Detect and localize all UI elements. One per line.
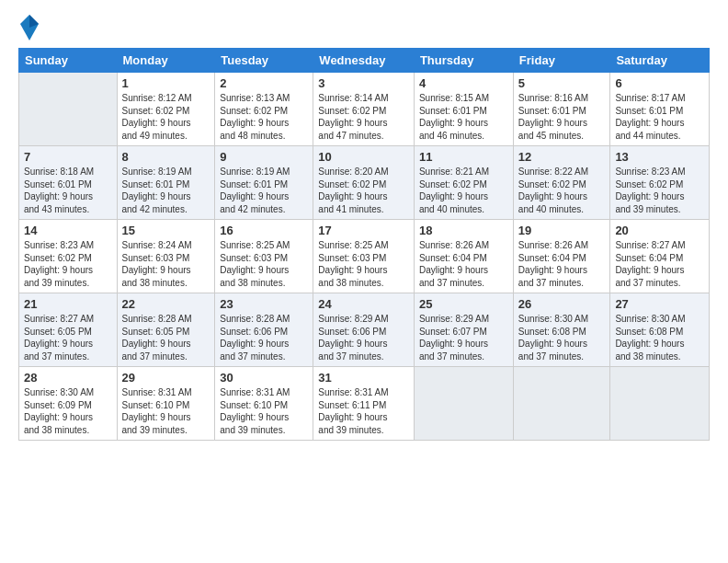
calendar-cell: 24Sunrise: 8:29 AM Sunset: 6:06 PM Dayli… (313, 293, 415, 367)
calendar-cell: 3Sunrise: 8:14 AM Sunset: 6:02 PM Daylig… (313, 73, 415, 146)
day-number: 24 (318, 297, 409, 311)
day-number: 8 (122, 150, 210, 164)
day-number: 14 (24, 224, 112, 237)
calendar-cell: 1Sunrise: 8:12 AM Sunset: 6:02 PM Daylig… (117, 73, 215, 146)
day-number: 26 (518, 297, 606, 311)
cell-text: Sunrise: 8:14 AM Sunset: 6:02 PM Dayligh… (318, 92, 409, 142)
calendar-cell: 17Sunrise: 8:25 AM Sunset: 6:03 PM Dayli… (313, 220, 415, 293)
calendar-header-row: SundayMondayTuesdayWednesdayThursdayFrid… (19, 49, 710, 73)
calendar-cell: 8Sunrise: 8:19 AM Sunset: 6:01 PM Daylig… (117, 146, 215, 220)
calendar-cell: 7Sunrise: 8:18 AM Sunset: 6:01 PM Daylig… (19, 146, 118, 220)
day-number: 4 (419, 76, 508, 90)
cell-text: Sunrise: 8:26 AM Sunset: 6:04 PM Dayligh… (518, 239, 606, 289)
logo (18, 15, 39, 40)
cell-text: Sunrise: 8:24 AM Sunset: 6:03 PM Dayligh… (122, 239, 210, 289)
cell-text: Sunrise: 8:18 AM Sunset: 6:01 PM Dayligh… (24, 166, 112, 215)
calendar-cell: 12Sunrise: 8:22 AM Sunset: 6:02 PM Dayli… (513, 146, 610, 220)
calendar-cell: 13Sunrise: 8:23 AM Sunset: 6:02 PM Dayli… (610, 146, 710, 220)
calendar-cell: 2Sunrise: 8:13 AM Sunset: 6:02 PM Daylig… (215, 73, 313, 146)
calendar-cell: 10Sunrise: 8:20 AM Sunset: 6:02 PM Dayli… (313, 146, 415, 220)
day-number: 10 (318, 150, 409, 164)
logo-icon (20, 15, 39, 40)
calendar-cell: 19Sunrise: 8:26 AM Sunset: 6:04 PM Dayli… (513, 220, 610, 293)
calendar-cell: 14Sunrise: 8:23 AM Sunset: 6:02 PM Dayli… (19, 220, 118, 293)
calendar-cell (610, 367, 710, 441)
cell-text: Sunrise: 8:26 AM Sunset: 6:04 PM Dayligh… (419, 239, 508, 289)
cell-text: Sunrise: 8:23 AM Sunset: 6:02 PM Dayligh… (24, 239, 112, 289)
calendar-cell: 4Sunrise: 8:15 AM Sunset: 6:01 PM Daylig… (414, 73, 513, 146)
calendar-cell: 20Sunrise: 8:27 AM Sunset: 6:04 PM Dayli… (610, 220, 710, 293)
header (18, 15, 710, 40)
cell-text: Sunrise: 8:28 AM Sunset: 6:06 PM Dayligh… (220, 313, 308, 362)
calendar-cell: 21Sunrise: 8:27 AM Sunset: 6:05 PM Dayli… (19, 293, 118, 367)
day-number: 29 (122, 371, 210, 385)
cell-text: Sunrise: 8:28 AM Sunset: 6:05 PM Dayligh… (122, 313, 210, 362)
calendar-week-2: 7Sunrise: 8:18 AM Sunset: 6:01 PM Daylig… (19, 146, 710, 220)
day-number: 7 (24, 150, 112, 164)
cell-text: Sunrise: 8:25 AM Sunset: 6:03 PM Dayligh… (220, 239, 308, 289)
calendar-cell: 26Sunrise: 8:30 AM Sunset: 6:08 PM Dayli… (513, 293, 610, 367)
cell-text: Sunrise: 8:21 AM Sunset: 6:02 PM Dayligh… (419, 166, 508, 215)
calendar-cell: 23Sunrise: 8:28 AM Sunset: 6:06 PM Dayli… (215, 293, 313, 367)
day-number: 28 (24, 371, 112, 385)
day-number: 27 (615, 297, 704, 311)
day-number: 25 (419, 297, 508, 311)
calendar-cell: 18Sunrise: 8:26 AM Sunset: 6:04 PM Dayli… (414, 220, 513, 293)
day-number: 18 (419, 224, 508, 237)
cell-text: Sunrise: 8:19 AM Sunset: 6:01 PM Dayligh… (220, 166, 308, 215)
day-number: 1 (122, 76, 210, 90)
day-number: 23 (220, 297, 308, 311)
cell-text: Sunrise: 8:22 AM Sunset: 6:02 PM Dayligh… (518, 166, 606, 215)
day-number: 22 (122, 297, 210, 311)
calendar-header-tuesday: Tuesday (215, 49, 313, 73)
calendar-cell: 22Sunrise: 8:28 AM Sunset: 6:05 PM Dayli… (117, 293, 215, 367)
calendar-cell (513, 367, 610, 441)
calendar-cell: 30Sunrise: 8:31 AM Sunset: 6:10 PM Dayli… (215, 367, 313, 441)
calendar-week-4: 21Sunrise: 8:27 AM Sunset: 6:05 PM Dayli… (19, 293, 710, 367)
day-number: 30 (220, 371, 308, 385)
day-number: 31 (318, 371, 409, 385)
cell-text: Sunrise: 8:30 AM Sunset: 6:08 PM Dayligh… (518, 313, 606, 362)
calendar-header-monday: Monday (117, 49, 215, 73)
calendar-header-saturday: Saturday (610, 49, 710, 73)
calendar-cell: 6Sunrise: 8:17 AM Sunset: 6:01 PM Daylig… (610, 73, 710, 146)
calendar-cell: 28Sunrise: 8:30 AM Sunset: 6:09 PM Dayli… (19, 367, 118, 441)
calendar-cell: 25Sunrise: 8:29 AM Sunset: 6:07 PM Dayli… (414, 293, 513, 367)
cell-text: Sunrise: 8:29 AM Sunset: 6:07 PM Dayligh… (419, 313, 508, 362)
page: SundayMondayTuesdayWednesdayThursdayFrid… (0, 0, 728, 563)
cell-text: Sunrise: 8:23 AM Sunset: 6:02 PM Dayligh… (615, 166, 704, 215)
cell-text: Sunrise: 8:31 AM Sunset: 6:11 PM Dayligh… (318, 386, 409, 436)
cell-text: Sunrise: 8:29 AM Sunset: 6:06 PM Dayligh… (318, 313, 409, 362)
day-number: 13 (615, 150, 704, 164)
cell-text: Sunrise: 8:19 AM Sunset: 6:01 PM Dayligh… (122, 166, 210, 215)
cell-text: Sunrise: 8:27 AM Sunset: 6:04 PM Dayligh… (615, 239, 704, 289)
cell-text: Sunrise: 8:12 AM Sunset: 6:02 PM Dayligh… (122, 92, 210, 142)
day-number: 20 (615, 224, 704, 237)
day-number: 17 (318, 224, 409, 237)
day-number: 6 (615, 76, 704, 90)
calendar-header-friday: Friday (513, 49, 610, 73)
calendar-week-1: 1Sunrise: 8:12 AM Sunset: 6:02 PM Daylig… (19, 73, 710, 146)
cell-text: Sunrise: 8:31 AM Sunset: 6:10 PM Dayligh… (220, 386, 308, 436)
calendar-cell: 29Sunrise: 8:31 AM Sunset: 6:10 PM Dayli… (117, 367, 215, 441)
cell-text: Sunrise: 8:27 AM Sunset: 6:05 PM Dayligh… (24, 313, 112, 362)
calendar-cell: 27Sunrise: 8:30 AM Sunset: 6:08 PM Dayli… (610, 293, 710, 367)
calendar-cell: 5Sunrise: 8:16 AM Sunset: 6:01 PM Daylig… (513, 73, 610, 146)
calendar-header-sunday: Sunday (19, 49, 118, 73)
calendar-week-3: 14Sunrise: 8:23 AM Sunset: 6:02 PM Dayli… (19, 220, 710, 293)
calendar-header-thursday: Thursday (414, 49, 513, 73)
day-number: 11 (419, 150, 508, 164)
calendar-cell (414, 367, 513, 441)
cell-text: Sunrise: 8:17 AM Sunset: 6:01 PM Dayligh… (615, 92, 704, 142)
cell-text: Sunrise: 8:13 AM Sunset: 6:02 PM Dayligh… (220, 92, 308, 142)
cell-text: Sunrise: 8:30 AM Sunset: 6:09 PM Dayligh… (24, 386, 112, 436)
day-number: 16 (220, 224, 308, 237)
cell-text: Sunrise: 8:15 AM Sunset: 6:01 PM Dayligh… (419, 92, 508, 142)
calendar-cell: 15Sunrise: 8:24 AM Sunset: 6:03 PM Dayli… (117, 220, 215, 293)
day-number: 3 (318, 76, 409, 90)
calendar-header-wednesday: Wednesday (313, 49, 415, 73)
cell-text: Sunrise: 8:31 AM Sunset: 6:10 PM Dayligh… (122, 386, 210, 436)
calendar-cell: 11Sunrise: 8:21 AM Sunset: 6:02 PM Dayli… (414, 146, 513, 220)
day-number: 5 (518, 76, 606, 90)
calendar-week-5: 28Sunrise: 8:30 AM Sunset: 6:09 PM Dayli… (19, 367, 710, 441)
